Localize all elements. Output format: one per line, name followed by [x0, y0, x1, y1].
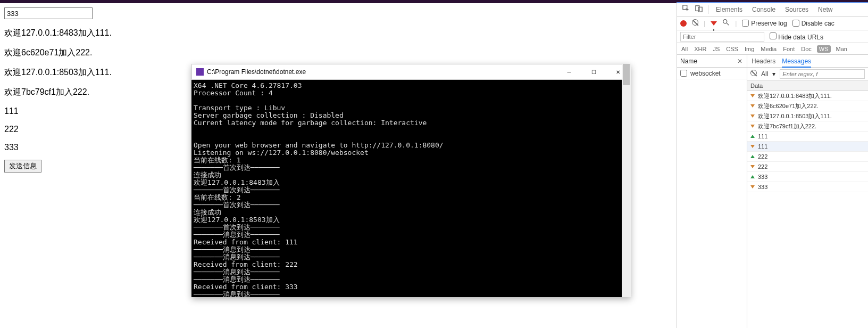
- ws-message-text: 111: [758, 132, 767, 142]
- console-window: C:\Program Files\dotnet\dotnet.exe ─ ☐ ✕…: [191, 64, 631, 297]
- message-input[interactable]: [4, 7, 93, 19]
- type-filter-css[interactable]: CSS: [725, 46, 739, 52]
- type-filter-img[interactable]: Img: [744, 46, 755, 52]
- ws-message-text: 333: [758, 172, 767, 182]
- incoming-arrow-icon: [750, 145, 755, 148]
- incoming-arrow-icon: [750, 165, 755, 168]
- ws-message-row[interactable]: 欢迎127.0.0.1:8503加入111.: [747, 111, 868, 121]
- disable-cache-checkbox[interactable]: Disable cac: [792, 20, 834, 27]
- maximize-button[interactable]: ☐: [581, 64, 606, 79]
- messages-pane: All ▾ Data 欢迎127.0.0.1:8483加入111.欢迎6c620…: [747, 68, 868, 328]
- send-button[interactable]: 发送信息: [4, 160, 41, 173]
- ws-message-text: 222: [758, 152, 767, 162]
- incoming-arrow-icon: [750, 125, 755, 128]
- type-filter-all[interactable]: All: [680, 46, 689, 52]
- incoming-arrow-icon: [750, 94, 755, 97]
- subtab-headers[interactable]: Headers: [752, 55, 775, 68]
- messages-all-label[interactable]: All: [761, 70, 768, 78]
- type-filter-xhr[interactable]: XHR: [693, 46, 707, 52]
- device-toggle-icon[interactable]: [693, 5, 705, 14]
- type-filter-row: AllXHRJSCSSImgMediaFontDocWSMan: [677, 43, 868, 55]
- outgoing-arrow-icon: [750, 155, 755, 158]
- type-filter-doc[interactable]: Doc: [800, 46, 813, 52]
- name-column-header[interactable]: Name: [680, 58, 697, 65]
- network-filter-input[interactable]: [680, 32, 764, 42]
- console-app-icon: [196, 68, 204, 76]
- columns-header: Name ✕ Headers Messages: [677, 55, 868, 68]
- clear-icon[interactable]: [692, 19, 698, 27]
- inspect-icon[interactable]: [680, 5, 692, 14]
- console-titlebar[interactable]: C:\Program Files\dotnet\dotnet.exe ─ ☐ ✕: [191, 64, 631, 80]
- ws-message-row[interactable]: 欢迎7bc79cf1加入222.: [747, 121, 868, 132]
- data-column-header[interactable]: Data: [747, 80, 868, 91]
- type-filter-font[interactable]: Font: [782, 46, 796, 52]
- tab-network[interactable]: Netw: [814, 3, 837, 17]
- console-scrollbar[interactable]: [622, 64, 631, 297]
- console-output[interactable]: X64 .NET Core 4.6.27817.03 Processor Cou…: [191, 80, 631, 297]
- ws-message-row[interactable]: 111: [747, 142, 868, 152]
- ws-message-text: 欢迎6c620e71加入222.: [758, 101, 819, 111]
- ws-message-text: 333: [758, 182, 767, 192]
- ws-message-text: 111: [758, 142, 767, 152]
- close-sidebar-icon[interactable]: ✕: [735, 58, 745, 65]
- incoming-arrow-icon: [750, 104, 755, 108]
- svg-point-3: [723, 20, 727, 23]
- ws-message-row[interactable]: 333: [747, 172, 868, 182]
- incoming-arrow-icon: [750, 114, 755, 118]
- hide-data-urls-checkbox[interactable]: Hide data URLs: [770, 32, 823, 41]
- ws-message-row[interactable]: 欢迎6c620e71加入222.: [747, 101, 868, 111]
- ws-message-text: 欢迎7bc79cf1加入222.: [758, 121, 816, 132]
- network-toolbar: | | Preserve log Disable cac: [677, 17, 868, 30]
- request-name-label: websocket: [690, 70, 721, 77]
- ws-message-row[interactable]: 111: [747, 132, 868, 142]
- request-list: websocket: [677, 68, 747, 328]
- filter-toggle-icon[interactable]: [711, 20, 717, 27]
- ws-message-row[interactable]: 222: [747, 162, 868, 172]
- preserve-log-checkbox[interactable]: Preserve log: [742, 20, 787, 27]
- svg-rect-1: [696, 6, 699, 11]
- ws-message-text: 欢迎127.0.0.1:8483加入111.: [758, 91, 832, 101]
- search-icon[interactable]: [722, 19, 730, 28]
- tab-console[interactable]: Console: [748, 3, 780, 17]
- ws-message-row[interactable]: 333: [747, 182, 868, 192]
- messages-regex-input[interactable]: [780, 69, 865, 79]
- record-icon[interactable]: [680, 20, 687, 27]
- tab-sources[interactable]: Sources: [781, 3, 813, 17]
- console-title: C:\Program Files\dotnet\dotnet.exe: [207, 68, 306, 76]
- outgoing-arrow-icon: [750, 175, 755, 178]
- outgoing-arrow-icon: [750, 135, 755, 138]
- minimize-button[interactable]: ─: [557, 64, 581, 79]
- devtools-body: websocket All ▾ Data 欢迎127.0.0.1:8483加入1…: [677, 68, 868, 328]
- request-row-websocket[interactable]: websocket: [677, 68, 747, 79]
- request-checkbox[interactable]: [680, 70, 687, 77]
- devtools-tabbar: Elements Console Sources Netw: [677, 3, 868, 17]
- clear-messages-icon[interactable]: [750, 70, 757, 78]
- tab-elements[interactable]: Elements: [712, 3, 747, 17]
- devtools-panel: Elements Console Sources Netw | | Preser…: [677, 2, 868, 328]
- dropdown-icon[interactable]: ▾: [772, 70, 775, 78]
- type-filter-man[interactable]: Man: [835, 46, 848, 52]
- type-filter-media[interactable]: Media: [760, 46, 778, 52]
- ws-message-text: 222: [758, 162, 767, 172]
- type-filter-ws[interactable]: WS: [817, 45, 831, 53]
- ws-message-row[interactable]: 欢迎127.0.0.1:8483加入111.: [747, 91, 868, 101]
- subtab-messages[interactable]: Messages: [782, 55, 811, 68]
- type-filter-js[interactable]: JS: [712, 46, 721, 52]
- network-filter-row: Hide data URLs: [677, 30, 868, 43]
- ws-message-row[interactable]: 222: [747, 152, 868, 162]
- incoming-arrow-icon: [750, 185, 755, 188]
- ws-message-text: 欢迎127.0.0.1:8503加入111.: [758, 111, 832, 121]
